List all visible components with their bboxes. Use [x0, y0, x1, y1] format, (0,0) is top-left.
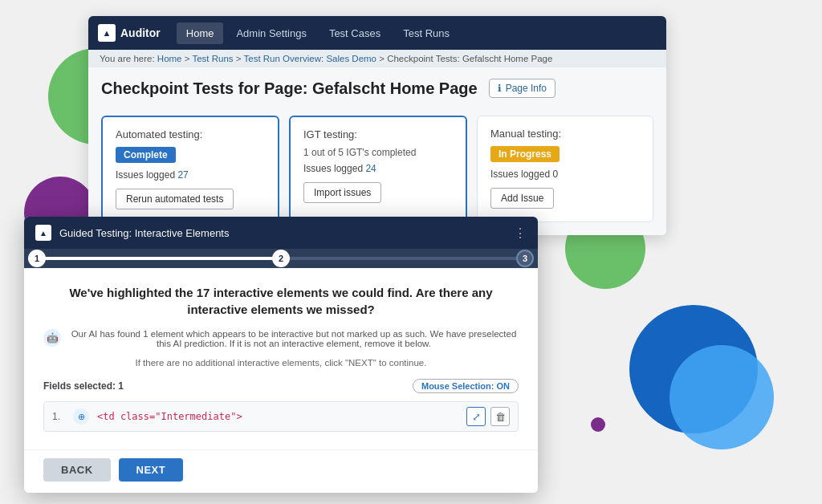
cards-row: Automated testing: Complete Issues logge…: [88, 106, 666, 235]
progress-step-1: 1: [28, 250, 46, 267]
nav-logo: ▲ Auditor: [98, 24, 161, 42]
manual-status-badge: In Progress: [490, 146, 560, 162]
modal-title: Guided Testing: Interactive Elements: [59, 227, 514, 239]
page-info-label: Page Info: [506, 83, 547, 94]
modal-continue-note: If there are no additional interactive e…: [43, 358, 519, 368]
back-button[interactable]: BACK: [43, 458, 111, 482]
main-browser-window: ▲ Auditor Home Admin Settings Test Cases…: [88, 16, 666, 235]
progress-step-2: 2: [272, 250, 290, 267]
nav-item-test-cases[interactable]: Test Cases: [319, 22, 390, 44]
breadcrumb-home[interactable]: Home: [157, 54, 182, 63]
modal-fields-header: Fields selected: 1 Mouse Selection: ON: [43, 379, 519, 393]
modal-question: We've highlighted the 17 interactive ele…: [43, 284, 519, 318]
mouse-selection-value: ON: [497, 381, 511, 391]
field-row: 1. ⊕ <td class="Intermediate"> ⤢ 🗑: [43, 401, 519, 432]
breadcrumb-current: Checkpoint Tests: Gefalscht Home Page: [387, 54, 552, 63]
modal-menu-icon[interactable]: ⋮: [514, 226, 527, 241]
breadcrumb-test-runs[interactable]: Test Runs: [192, 54, 233, 63]
automated-testing-card: Automated testing: Complete Issues logge…: [101, 116, 279, 222]
decorative-circle-purple2: [591, 417, 605, 432]
ai-icon: 🤖: [43, 329, 61, 347]
rerun-tests-button[interactable]: Rerun automated tests: [116, 189, 234, 209]
igt-issues-label: Issues logged: [303, 163, 363, 174]
nav-item-home[interactable]: Home: [177, 22, 224, 44]
ai-note-text: Our AI has found 1 element which appears…: [69, 329, 519, 348]
breadcrumb-test-run-overview[interactable]: Test Run Overview: Sales Demo: [243, 54, 376, 63]
decorative-circle-blue-light: [669, 345, 774, 449]
page-info-button[interactable]: ℹ Page Info: [489, 79, 555, 98]
page-title: Checkpoint Tests for Page: Gefalscht Hom…: [101, 79, 478, 98]
modal-footer: BACK NEXT: [24, 449, 538, 493]
igt-issues-count[interactable]: 24: [365, 163, 376, 174]
automated-card-title: Automated testing:: [116, 128, 265, 140]
fields-count: Fields selected: 1: [43, 380, 124, 392]
progress-fill: [37, 257, 281, 260]
automated-issues: Issues logged 27: [116, 169, 265, 181]
nav-items: Home Admin Settings Test Cases Test Runs: [177, 22, 459, 44]
manual-issues: Issues logged 0: [490, 169, 640, 180]
modal-header: ▲ Guided Testing: Interactive Elements ⋮: [24, 217, 538, 249]
manual-testing-card: Manual testing: In Progress Issues logge…: [477, 116, 653, 222]
highlight-count: 17: [197, 286, 210, 299]
igt-subtitle: 1 out of 5 IGT's completed: [303, 147, 453, 158]
modal-logo-icon: ▲: [35, 225, 51, 241]
igt-card-title: IGT testing:: [303, 128, 453, 140]
field-number: 1.: [52, 411, 65, 422]
page-header: Checkpoint Tests for Page: Gefalscht Hom…: [88, 67, 666, 106]
field-actions: ⤢ 🗑: [466, 407, 510, 426]
manual-card-title: Manual testing:: [490, 128, 640, 140]
info-icon: ℹ: [498, 83, 502, 94]
igt-issues: Issues logged 24: [303, 163, 453, 174]
modal-body: We've highlighted the 17 interactive ele…: [24, 268, 538, 449]
logo-text: Auditor: [120, 26, 161, 39]
nav-item-admin-settings[interactable]: Admin Settings: [226, 22, 315, 44]
nav-bar: ▲ Auditor Home Admin Settings Test Cases…: [88, 16, 666, 50]
manual-issues-label: Issues logged: [490, 169, 550, 180]
progress-bar-container: 1 2 3: [24, 249, 538, 268]
breadcrumb-label: You are here:: [100, 54, 155, 63]
mouse-selection-label: Mouse Selection:: [421, 381, 497, 391]
manual-issues-count: 0: [552, 169, 558, 180]
igt-testing-card: IGT testing: 1 out of 5 IGT's completed …: [289, 116, 467, 222]
field-element-icon: ⊕: [73, 408, 89, 425]
logo-icon: ▲: [98, 24, 116, 42]
import-issues-button[interactable]: Import issues: [303, 182, 381, 203]
automated-status-badge: Complete: [116, 147, 176, 163]
modal-ai-note: 🤖 Our AI has found 1 element which appea…: [43, 329, 519, 348]
nav-item-test-runs[interactable]: Test Runs: [393, 22, 459, 44]
field-delete-button[interactable]: 🗑: [490, 407, 510, 426]
automated-issues-count[interactable]: 27: [177, 169, 188, 181]
add-issue-button[interactable]: Add Issue: [490, 188, 554, 209]
field-code: <td class="Intermediate">: [97, 411, 458, 422]
automated-issues-label: Issues logged: [116, 169, 175, 181]
field-move-button[interactable]: ⤢: [466, 407, 486, 426]
progress-track: 1 2 3: [37, 257, 525, 260]
progress-step-3: 3: [516, 250, 534, 267]
guided-testing-modal: ▲ Guided Testing: Interactive Elements ⋮…: [24, 217, 538, 493]
breadcrumb: You are here: Home > Test Runs > Test Ru…: [88, 50, 666, 67]
mouse-selection-badge: Mouse Selection: ON: [413, 379, 519, 393]
next-button[interactable]: NEXT: [119, 458, 184, 482]
